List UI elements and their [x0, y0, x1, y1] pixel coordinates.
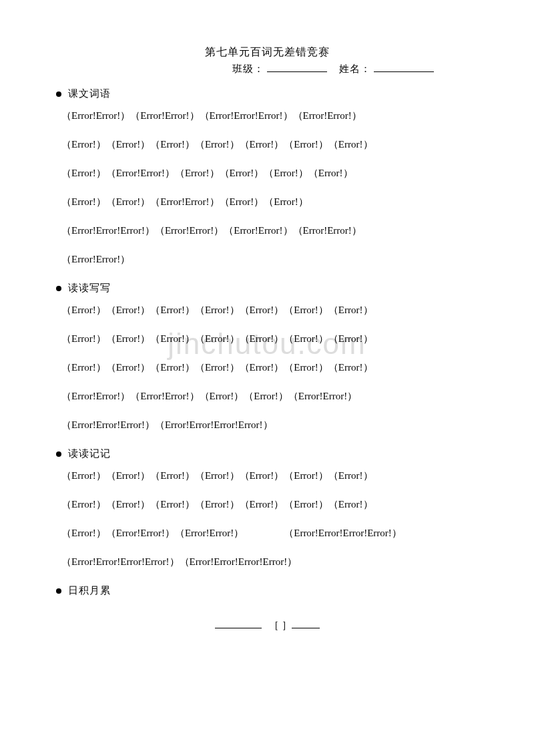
class-label: 班级： [232, 63, 264, 74]
section-4-title: 日积月累 [68, 585, 111, 596]
document-page: 第七单元百词无差错竞赛 班级： 姓名： 课文词语 （Error!Error!）（… [0, 0, 534, 658]
section-3-title: 读读记记 [68, 448, 111, 459]
content-line: （Error!）（Error!）（Error!）（Error!）（Error!）… [61, 469, 482, 482]
form-header-row: 班级： 姓名： [52, 62, 482, 75]
section-1-title: 课文词语 [68, 88, 111, 99]
content-line: （Error!Error!Error!）（Error!Error!Error!E… [61, 419, 482, 431]
content-line: （Error!）（Error!）（Error!）（Error!）（Error!）… [61, 333, 482, 345]
content-line: （Error!）（Error!）（Error!）（Error!）（Error!）… [61, 498, 482, 511]
section-head-4: 日积月累 [56, 584, 482, 597]
content-line: （Error!）（Error!）（Error!Error!）（Error!）（E… [61, 196, 482, 208]
section-2-title: 读读写写 [68, 282, 111, 293]
bullet-icon [56, 588, 61, 594]
content-line: （Error!）（Error!）（Error!）（Error!）（Error!）… [61, 138, 482, 151]
fill-line[interactable] [215, 618, 262, 628]
section-head-3: 读读记记 [56, 447, 482, 460]
bullet-icon [56, 91, 61, 97]
content-line: （Error!）（Error!）（Error!）（Error!）（Error!）… [61, 361, 482, 374]
fill-line[interactable] [292, 618, 320, 628]
content-line: （Error!Error!Error!）（Error!Error!）（Error… [61, 224, 482, 237]
content-line: （Error!Error!）（Error!Error!）（Error!）（Err… [61, 390, 482, 403]
content-line: （Error!Error!Error!Error!）（Error!Error!E… [61, 556, 482, 568]
section-head-1: 课文词语 [56, 87, 482, 100]
class-input-line[interactable] [267, 62, 327, 72]
content-text: （Error!Error!Error!Error!） [284, 528, 402, 538]
content-line: （Error!Error!） [61, 253, 482, 266]
name-input-line[interactable] [374, 62, 434, 72]
bullet-icon [56, 286, 61, 291]
section-head-2: 读读写写 [56, 282, 482, 295]
content-line: （Error!Error!）（Error!Error!）（Error!Error… [61, 110, 482, 122]
content-line: （Error!）（Error!）（Error!）（Error!）（Error!）… [61, 304, 482, 317]
bracket-text: ［ ］ [269, 620, 292, 630]
content-line: （Error!）（Error!Error!）（Error!Error!）（Err… [61, 527, 482, 540]
content-text: （Error!）（Error!Error!）（Error!Error!） [61, 528, 244, 538]
name-label: 姓名： [339, 63, 371, 74]
page-title: 第七单元百词无差错竞赛 [52, 45, 482, 59]
bullet-icon [56, 451, 61, 457]
content-line: （Error!）（Error!Error!）（Error!）（Error!）（E… [61, 167, 482, 180]
bottom-fill-row: ［ ］ [52, 618, 482, 632]
